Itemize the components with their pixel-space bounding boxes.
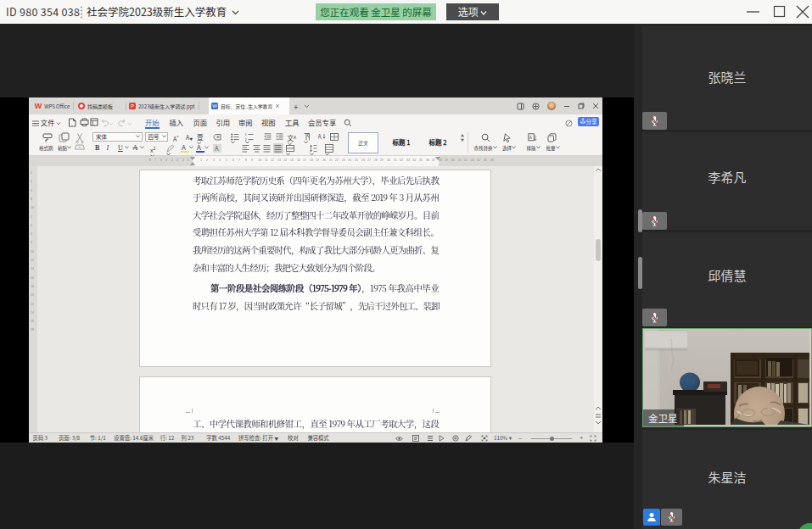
svg-text:A: A (215, 144, 219, 153)
svg-text:A: A (529, 133, 533, 139)
svg-text:A: A (318, 133, 322, 141)
